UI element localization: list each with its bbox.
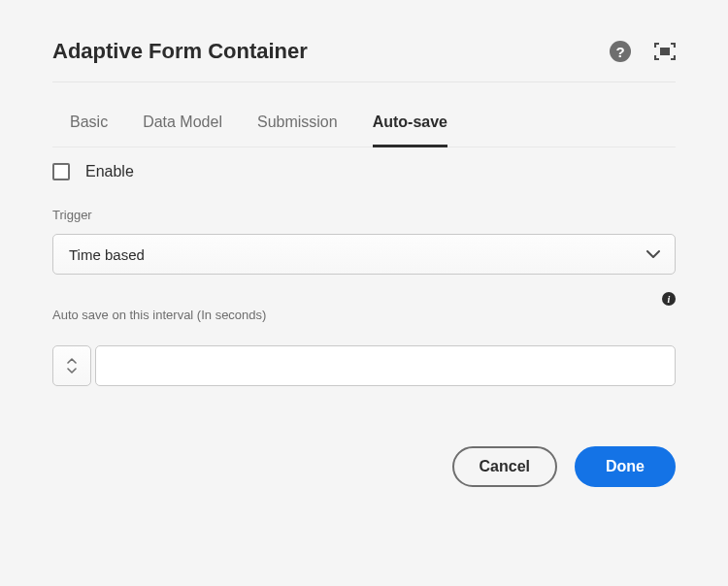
info-icon[interactable]: i <box>662 292 676 306</box>
tab-submission[interactable]: Submission <box>257 114 338 147</box>
tabs: Basic Data Model Submission Auto-save <box>52 82 676 147</box>
chevron-down-icon <box>67 368 77 374</box>
chevron-up-icon <box>67 358 77 364</box>
fullscreen-icon[interactable] <box>654 43 676 60</box>
enable-label: Enable <box>85 163 134 180</box>
interval-stepper[interactable] <box>52 345 91 386</box>
header-icons: ? <box>610 41 676 62</box>
svg-rect-0 <box>660 48 670 55</box>
info-row: i <box>52 275 676 308</box>
cancel-button[interactable]: Cancel <box>452 446 557 487</box>
interval-input[interactable] <box>95 345 676 386</box>
dialog-container: Adaptive Form Container ? Basic Data Mod… <box>0 0 728 516</box>
interval-row <box>52 334 676 386</box>
form-body: Enable Trigger Time based i Auto save on… <box>52 147 676 386</box>
enable-checkbox[interactable] <box>52 163 70 180</box>
tab-auto-save[interactable]: Auto-save <box>373 114 447 147</box>
tab-basic[interactable]: Basic <box>70 114 108 147</box>
dialog-footer: Cancel Done <box>52 386 676 487</box>
dialog-title: Adaptive Form Container <box>52 39 308 64</box>
enable-row: Enable <box>52 163 676 208</box>
interval-label: Auto save on this interval (In seconds) <box>52 308 676 334</box>
done-button[interactable]: Done <box>575 446 676 487</box>
trigger-select[interactable]: Time based <box>52 234 676 275</box>
trigger-select-wrap: Time based <box>52 234 676 275</box>
tab-data-model[interactable]: Data Model <box>143 114 222 147</box>
dialog-header: Adaptive Form Container ? <box>52 39 676 82</box>
trigger-label: Trigger <box>52 208 676 234</box>
trigger-select-value: Time based <box>69 246 145 263</box>
help-icon[interactable]: ? <box>610 41 631 62</box>
